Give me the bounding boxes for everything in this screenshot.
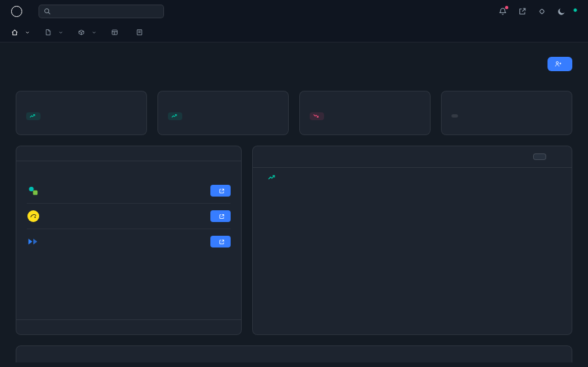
legend-dot-new <box>536 175 541 180</box>
list-item-mailchimp <box>27 204 231 229</box>
search-box <box>39 5 164 19</box>
chevron-down-icon <box>25 30 30 35</box>
topbar <box>0 0 588 23</box>
mailchimp-logo-icon <box>27 210 40 223</box>
chevron-down-icon <box>58 30 63 35</box>
stat-card-body <box>26 106 44 120</box>
expenses-summary-row <box>263 174 561 180</box>
list-item-webdev <box>27 229 231 254</box>
list-item-capsule <box>27 178 231 204</box>
stat-card-total-users[interactable] <box>16 91 147 135</box>
import-card-body <box>16 161 241 257</box>
stat-meta <box>168 112 186 120</box>
search-icon <box>44 8 51 15</box>
nav-dashboards[interactable] <box>11 29 30 36</box>
nav-layouts[interactable] <box>111 29 122 36</box>
book-icon <box>136 29 143 36</box>
page-header <box>16 57 572 71</box>
sparkline-chart <box>499 100 562 126</box>
expenses-delta <box>268 174 277 180</box>
this-week-button[interactable] <box>533 153 546 160</box>
person-plus-icon <box>555 61 562 67</box>
webdev-logo-icon <box>27 235 40 248</box>
share-button[interactable] <box>518 7 527 16</box>
expenses-percent <box>263 174 277 180</box>
trend-up-icon <box>268 174 275 180</box>
brand-logo[interactable] <box>11 6 27 17</box>
chart-legend <box>536 175 561 180</box>
last-week-button[interactable] <box>548 153 561 160</box>
house-icon <box>11 29 18 36</box>
topbar-actions <box>498 7 577 16</box>
layout-icon <box>111 29 118 36</box>
trend-badge <box>451 114 458 118</box>
expenses-card-body <box>253 168 572 313</box>
front-logo-icon <box>11 6 22 17</box>
trend-up-icon <box>171 114 177 118</box>
online-status-dot <box>573 8 578 12</box>
external-link-icon <box>219 188 225 194</box>
legend-item-overdue[interactable] <box>553 175 561 180</box>
main-row <box>16 146 572 335</box>
nav-apps[interactable] <box>78 29 97 36</box>
external-link-icon <box>219 239 225 245</box>
notifications-button[interactable] <box>498 7 507 16</box>
sparkline-chart <box>357 100 420 126</box>
import-card-header <box>16 146 241 161</box>
week-toggle <box>533 153 561 160</box>
stat-meta <box>310 112 328 120</box>
nav-docs[interactable] <box>136 29 146 36</box>
page-content <box>0 57 588 362</box>
chevron-down-icon <box>91 30 97 35</box>
trend-down-icon <box>313 114 319 118</box>
trend-badge <box>310 112 324 120</box>
launch-importer-button[interactable] <box>210 185 231 197</box>
apps-launcher-button[interactable] <box>538 7 546 16</box>
import-data-card <box>16 146 242 335</box>
stat-card-avg-click-rate[interactable] <box>299 91 431 135</box>
stat-card-body <box>310 106 328 120</box>
stat-card-body <box>451 108 462 118</box>
launch-importer-button[interactable] <box>210 236 231 247</box>
external-link-icon <box>219 214 225 219</box>
capsule-logo-icon <box>27 184 40 197</box>
stat-card-body <box>168 106 186 120</box>
next-section-card <box>16 345 572 362</box>
nav-pages[interactable] <box>44 29 63 36</box>
trend-badge <box>168 112 182 120</box>
legend-dot-overdue <box>553 175 558 180</box>
stat-meta <box>451 114 462 118</box>
stat-meta <box>26 112 44 120</box>
box-arrow-icon <box>518 7 527 16</box>
stats-row <box>16 91 572 135</box>
legend-item-new[interactable] <box>536 175 544 180</box>
expenses-card-header <box>253 146 572 168</box>
page-icon <box>44 29 52 36</box>
main-nav <box>0 23 588 42</box>
sparkline-chart <box>216 100 278 126</box>
dark-mode-button[interactable] <box>557 7 566 16</box>
monthly-expenses-card <box>252 146 572 335</box>
trend-up-icon <box>29 114 35 118</box>
monthly-expenses-bar-chart <box>263 184 561 308</box>
trend-badge <box>26 112 41 120</box>
notification-dot <box>505 6 508 9</box>
stat-card-sessions[interactable] <box>157 91 289 135</box>
stat-card-pageviews[interactable] <box>441 91 572 135</box>
import-card-footer <box>16 319 241 334</box>
search-input[interactable] <box>39 5 164 18</box>
launch-importer-button[interactable] <box>210 210 231 222</box>
invite-users-button[interactable] <box>547 57 572 71</box>
sparkline-chart <box>74 100 137 126</box>
moon-icon <box>557 7 566 16</box>
cube-icon <box>78 29 85 36</box>
diamond-icon <box>538 7 546 16</box>
